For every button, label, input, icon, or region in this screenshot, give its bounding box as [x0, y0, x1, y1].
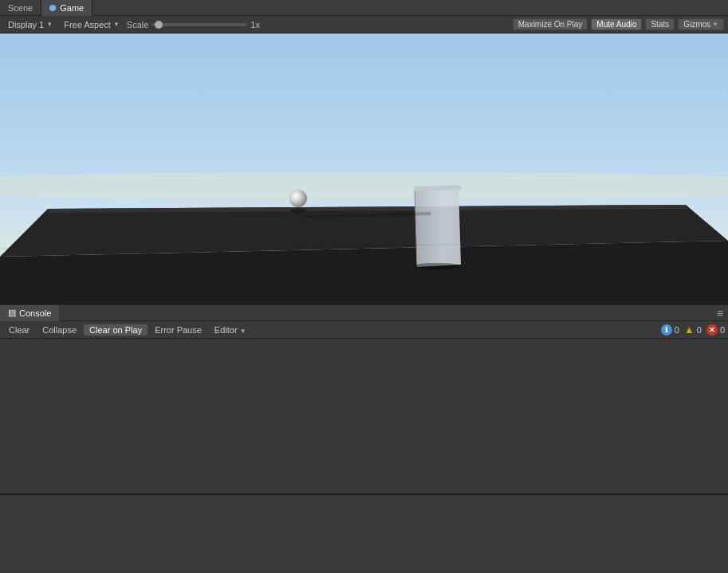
- editor-dropdown-arrow: ▼: [240, 328, 246, 335]
- editor-label: Editor: [214, 325, 238, 335]
- mute-audio-button[interactable]: Mute Audio: [591, 18, 642, 30]
- scale-slider[interactable]: [152, 23, 247, 26]
- bottom-strip: [0, 493, 728, 573]
- clear-label: Clear: [9, 325, 30, 335]
- collapse-button[interactable]: Collapse: [37, 324, 82, 336]
- editor-button[interactable]: Editor ▼: [209, 324, 252, 336]
- clear-on-play-label: Clear on Play: [89, 325, 142, 335]
- info-count-value: 0: [675, 325, 679, 335]
- error-pause-button[interactable]: Error Pause: [149, 324, 207, 336]
- gizmos-dropdown-arrow: ▼: [712, 21, 718, 28]
- mute-label: Mute Audio: [596, 20, 636, 29]
- scale-value: 1x: [250, 20, 260, 29]
- svg-point-10: [290, 208, 306, 213]
- console-tab-bar: ▤ Console ≡: [0, 305, 728, 321]
- collapse-label: Collapse: [42, 325, 77, 335]
- tab-game[interactable]: Game: [41, 0, 92, 16]
- svg-point-8: [413, 263, 461, 269]
- scale-thumb: [155, 21, 163, 29]
- maximize-label: Maximize On Play: [518, 20, 583, 29]
- error-count-value: 0: [720, 325, 725, 335]
- error-count[interactable]: ✕ 0: [706, 324, 725, 336]
- warn-count[interactable]: ▲ 0: [684, 324, 702, 335]
- scene-svg: [0, 33, 728, 304]
- svg-point-1: [0, 172, 728, 201]
- tab-game-label: Game: [60, 3, 84, 13]
- game-viewport: [0, 33, 728, 304]
- svg-point-9: [289, 190, 307, 207]
- maximize-on-play-button[interactable]: Maximize On Play: [513, 18, 588, 30]
- tab-scene[interactable]: Scene: [0, 0, 41, 16]
- warn-icon: ▲: [684, 324, 695, 335]
- aspect-selector[interactable]: Free Aspect ▼: [60, 19, 124, 30]
- game-toolbar: Display 1 ▼ Free Aspect ▼ Scale 1x Maxim…: [0, 16, 728, 33]
- console-menu-button[interactable]: ≡: [712, 307, 728, 320]
- toolbar-right: Maximize On Play Mute Audio Stats Gizmos…: [513, 18, 724, 30]
- console-counts: ℹ 0 ▲ 0 ✕ 0: [661, 324, 725, 336]
- scale-container: Scale 1x: [127, 20, 260, 29]
- warn-count-value: 0: [697, 325, 702, 335]
- console-icon: ▤: [8, 308, 16, 318]
- clear-button[interactable]: Clear: [3, 324, 35, 336]
- game-dot-icon: [49, 5, 56, 11]
- console-tab-label: Console: [19, 308, 51, 318]
- stats-label: Stats: [651, 20, 669, 29]
- svg-marker-5: [415, 186, 461, 267]
- tab-scene-label: Scene: [8, 3, 33, 13]
- gizmos-label: Gizmos: [683, 20, 710, 29]
- aspect-dropdown-arrow: ▼: [113, 21, 120, 28]
- display-label: Display 1: [8, 20, 44, 29]
- display-dropdown-arrow: ▼: [46, 21, 53, 28]
- error-pause-label: Error Pause: [155, 325, 202, 335]
- error-icon: ✕: [706, 324, 718, 336]
- tab-bar: Scene Game: [0, 0, 728, 16]
- clear-on-play-button[interactable]: Clear on Play: [84, 324, 148, 336]
- console-toolbar: Clear Collapse Clear on Play Error Pause…: [0, 321, 728, 339]
- aspect-label: Free Aspect: [64, 20, 111, 29]
- display-selector[interactable]: Display 1 ▼: [4, 19, 57, 30]
- info-count[interactable]: ℹ 0: [661, 324, 679, 336]
- console-tab[interactable]: ▤ Console: [0, 305, 59, 321]
- gizmos-button[interactable]: Gizmos ▼: [678, 18, 724, 30]
- scale-text-label: Scale: [127, 20, 149, 29]
- stats-button[interactable]: Stats: [645, 18, 675, 30]
- info-icon: ℹ: [661, 324, 672, 336]
